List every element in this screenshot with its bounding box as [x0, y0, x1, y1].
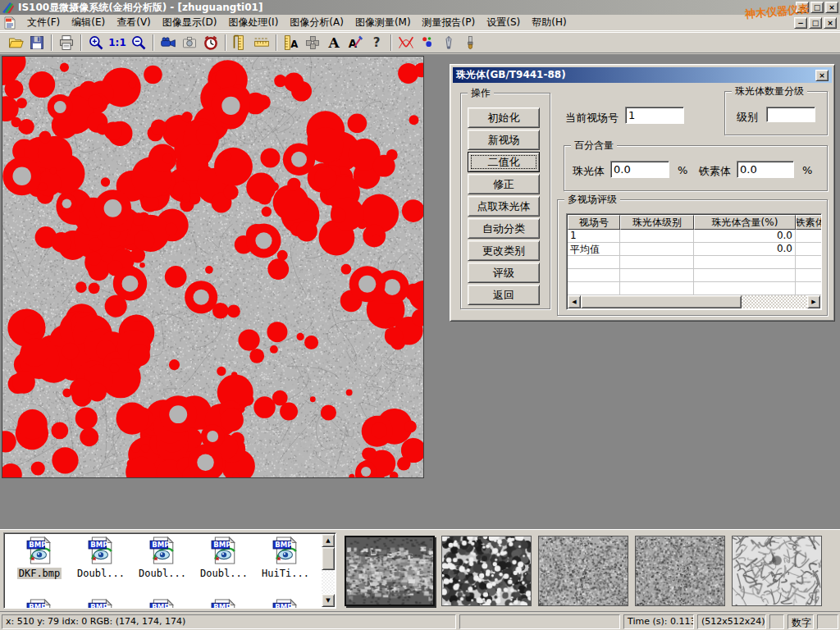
menu-settings[interactable]: 设置(S) — [481, 14, 526, 31]
menu-help[interactable]: 帮助(H) — [526, 14, 572, 31]
thumbnail-4[interactable] — [635, 536, 725, 606]
svg-text:BMP: BMP — [90, 603, 107, 609]
menu-measure-report[interactable]: 测量报告(P) — [417, 14, 482, 31]
svg-text:BMP: BMP — [29, 541, 46, 549]
scrollbar-thumb[interactable] — [581, 295, 742, 308]
bmp-file-icon: BMP — [272, 599, 299, 609]
svg-text:BMP: BMP — [275, 603, 292, 609]
ferrite-percent-input[interactable] — [737, 161, 794, 178]
pick-pearlite-button[interactable]: 点取珠光体 — [468, 196, 540, 217]
file-item[interactable]: BMP — [71, 599, 131, 609]
pearlite-percent-input[interactable] — [610, 161, 669, 178]
table-row-empty — [568, 282, 822, 295]
thumbnail-1[interactable] — [345, 536, 435, 606]
file-item[interactable]: BMPHuiTi... — [255, 536, 316, 579]
help-button[interactable]: ? — [366, 34, 387, 52]
curve-cut-button[interactable] — [395, 34, 417, 52]
thumbnail-5[interactable] — [732, 536, 822, 606]
col-field-no[interactable]: 视场号 — [568, 215, 620, 230]
return-button[interactable]: 返回 — [468, 285, 540, 305]
table-row[interactable]: 1 0.0 — [568, 230, 822, 243]
scroll-left-icon[interactable]: ◀ — [568, 295, 581, 308]
file-item[interactable]: BMPDKF.bmp — [9, 536, 70, 579]
correct-button[interactable]: 修正 — [468, 174, 540, 194]
print-button[interactable] — [56, 34, 77, 52]
pen-tool-button[interactable] — [438, 34, 459, 52]
zoom-out-button[interactable] — [128, 34, 149, 52]
scroll-down-icon[interactable]: ▼ — [322, 594, 335, 607]
open-button[interactable] — [5, 34, 26, 52]
snapshot-button[interactable] — [179, 34, 200, 52]
scrollbar-track[interactable] — [742, 295, 807, 308]
col-pearlite-pct[interactable]: 珠光体含量(%) — [694, 215, 796, 230]
video-capture-button[interactable] — [158, 34, 179, 52]
particle-classify-button[interactable] — [417, 34, 438, 52]
menu-edit[interactable]: 编辑(E) — [66, 14, 111, 31]
thumbnail-2[interactable] — [441, 536, 532, 606]
file-scrollbar: ▲ ▼ — [322, 534, 335, 607]
new-field-button[interactable]: 新视场 — [468, 130, 540, 150]
measure-text-icon: A — [283, 34, 299, 51]
file-item[interactable]: BMP — [255, 599, 316, 609]
application-window: IS100显微摄像系统(金相分析版) - [zhuguangti01] − □ … — [0, 0, 840, 630]
stamp-button[interactable] — [302, 34, 323, 52]
open-folder-icon — [7, 34, 25, 51]
col-ferrite-pct[interactable]: 铁素体含量(%) — [796, 215, 822, 230]
bmp-file-icon: BMP — [87, 536, 115, 564]
pearlite-unit: % — [678, 164, 687, 176]
col-pearlite-level[interactable]: 珠光体级别 — [620, 215, 694, 230]
file-item[interactable]: BMPDoubl... — [194, 536, 254, 579]
binarize-button[interactable]: 二值化 — [468, 152, 540, 172]
scroll-right-icon[interactable]: ▶ — [807, 295, 820, 308]
table-row[interactable]: 平均值 0.0 — [568, 243, 822, 256]
thumbnail-3[interactable] — [538, 536, 628, 606]
pearlite-label: 珠光体 — [573, 164, 605, 179]
menu-image-analysis[interactable]: 图像分析(A) — [284, 14, 349, 31]
mode-status: 数字 — [788, 614, 814, 629]
annotate-tool-button[interactable]: A — [345, 34, 366, 52]
ruler-button[interactable] — [251, 34, 272, 52]
change-class-button[interactable]: 更改类别 — [468, 240, 540, 261]
initialize-button[interactable]: 初始化 — [468, 107, 540, 128]
caliper-measure-button[interactable] — [230, 34, 251, 52]
file-item[interactable]: BMPDoubl... — [132, 536, 193, 579]
menu-image-processing[interactable]: 图像处理(I) — [222, 14, 284, 31]
dialog-title: 珠光体(GB/T9441-88) — [456, 68, 566, 82]
current-field-input[interactable] — [625, 107, 684, 124]
zoom-out-icon — [130, 34, 147, 51]
brush-tool-button[interactable] — [459, 34, 481, 52]
bmp-file-icon: BMP — [210, 599, 238, 609]
level-input[interactable] — [766, 107, 815, 122]
child-restore-button[interactable]: □ — [809, 17, 822, 29]
metallograph-image[interactable] — [2, 56, 424, 478]
child-minimize-button[interactable]: − — [794, 17, 807, 29]
empty-status-panel — [817, 614, 838, 629]
scroll-up-icon[interactable]: ▲ — [322, 534, 335, 547]
file-item[interactable]: BMP — [132, 599, 193, 609]
app-icon — [2, 1, 15, 14]
menu-image-measure[interactable]: 图像测量(M) — [349, 14, 417, 31]
measure-text-button[interactable]: A — [281, 34, 302, 52]
dialog-close-button[interactable]: × — [815, 70, 829, 81]
file-name: Doubl... — [75, 568, 126, 579]
restore-button[interactable]: □ — [810, 2, 824, 13]
text-tool-button[interactable]: A — [323, 34, 345, 52]
dialog-title-bar[interactable]: 珠光体(GB/T9441-88) × — [453, 67, 832, 83]
rate-button[interactable]: 评级 — [468, 262, 540, 283]
actual-size-button[interactable]: 1:1 — [107, 34, 128, 52]
file-item[interactable]: BMP — [194, 599, 254, 609]
child-close-button[interactable]: × — [824, 17, 837, 29]
save-button[interactable] — [26, 34, 48, 52]
menu-view[interactable]: 查看(V) — [111, 14, 157, 31]
menu-file[interactable]: 文件(F) — [21, 14, 66, 31]
file-item[interactable]: BMPDoubl... — [71, 536, 131, 579]
timer-button[interactable] — [200, 34, 221, 52]
menu-image-display[interactable]: 图像显示(D) — [157, 14, 223, 31]
level-label: 级别 — [737, 110, 758, 125]
file-item[interactable]: BMP — [9, 599, 70, 609]
close-button[interactable]: × — [825, 2, 838, 13]
file-scrollbar-thumb[interactable] — [322, 547, 335, 570]
zoom-in-button[interactable] — [85, 34, 107, 52]
minimize-button[interactable]: − — [796, 2, 809, 13]
auto-classify-button[interactable]: 自动分类 — [468, 218, 540, 239]
